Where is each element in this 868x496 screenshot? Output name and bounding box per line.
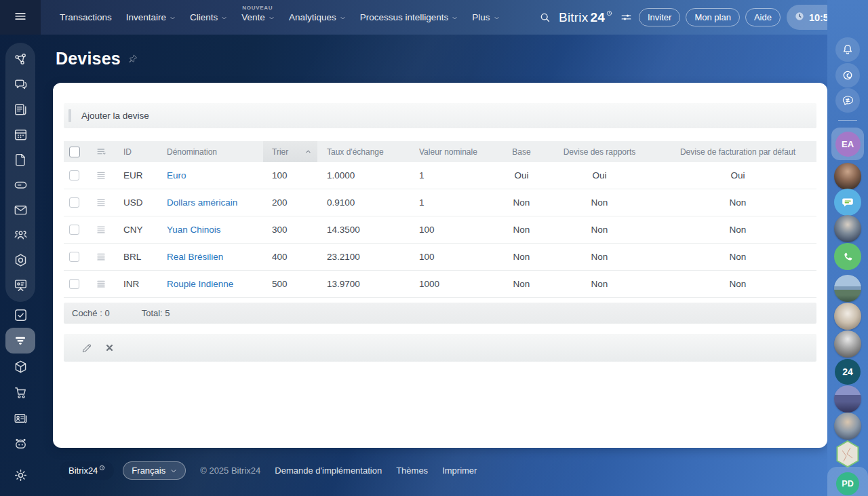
notifications-bell-icon[interactable] bbox=[835, 37, 860, 62]
drive-icon[interactable] bbox=[5, 173, 35, 196]
docs-icon[interactable] bbox=[5, 149, 35, 172]
messenger-icon[interactable] bbox=[5, 73, 35, 96]
header-nominal[interactable]: Valeur nominale bbox=[411, 141, 503, 162]
nav-label: Vente bbox=[241, 12, 265, 22]
row-checkbox[interactable] bbox=[69, 225, 79, 235]
header-settings-cell[interactable] bbox=[91, 141, 115, 162]
nav-clients[interactable]: Clients bbox=[190, 0, 227, 35]
bitrix24-logo[interactable]: Bitrix 24 bbox=[559, 10, 612, 25]
crm-icon-active[interactable] bbox=[5, 328, 35, 354]
collab-icon[interactable] bbox=[5, 48, 35, 71]
row-checkbox[interactable] bbox=[69, 279, 79, 289]
messenger-exchange-icon[interactable] bbox=[835, 88, 860, 113]
cell-report: Non bbox=[591, 197, 608, 208]
drag-handle-icon[interactable] bbox=[96, 279, 106, 289]
add-currency-button[interactable]: Ajouter la devise bbox=[64, 103, 816, 128]
chat-avatar-photo[interactable] bbox=[834, 303, 861, 330]
cell-sort: 400 bbox=[272, 252, 288, 262]
select-all-checkbox[interactable] bbox=[69, 147, 80, 157]
inviter-button[interactable]: Inviter bbox=[639, 8, 680, 26]
footer-brand-pill[interactable]: Bitrix24 bbox=[60, 461, 114, 480]
table-row: BRLReal Brésilien40023.2100100NonNonNon bbox=[64, 244, 816, 271]
row-checkbox[interactable] bbox=[69, 252, 79, 262]
nav-plus[interactable]: Plus bbox=[472, 0, 499, 35]
sliders-icon[interactable] bbox=[620, 11, 633, 24]
cell-id: BRL bbox=[123, 252, 141, 262]
currency-link[interactable]: Dollars américain bbox=[167, 197, 237, 208]
chat-avatar-photo[interactable] bbox=[834, 413, 861, 440]
chevron-down-icon bbox=[340, 15, 346, 21]
cell-report: Non bbox=[591, 225, 608, 235]
logo-number: 24 bbox=[590, 10, 605, 25]
drag-handle-icon[interactable] bbox=[96, 225, 106, 235]
footer-link-demande-d-impl-mentation[interactable]: Demande d'implémentation bbox=[275, 465, 382, 476]
footer-link-th-mes[interactable]: Thèmes bbox=[396, 465, 428, 476]
clock-icon bbox=[794, 11, 805, 24]
nav-label: Transactions bbox=[60, 12, 112, 22]
currency-link[interactable]: Roupie Indienne bbox=[167, 279, 233, 289]
nav-transactions[interactable]: Transactions bbox=[60, 0, 112, 35]
main-nav: TransactionsInventaireClientsNOUVEAUVent… bbox=[41, 0, 500, 35]
currency-link[interactable]: Euro bbox=[167, 170, 186, 180]
newsfeed-icon[interactable] bbox=[5, 98, 35, 121]
search-icon[interactable] bbox=[538, 11, 551, 24]
nav-processus-intelligents[interactable]: Processus intelligents bbox=[360, 0, 458, 35]
delete-x-button[interactable] bbox=[104, 343, 115, 353]
chat-avatar-photo[interactable] bbox=[834, 385, 861, 413]
pin-icon[interactable] bbox=[127, 54, 138, 64]
drag-handle-icon[interactable] bbox=[96, 170, 106, 180]
market-icon[interactable] bbox=[5, 248, 35, 271]
boards-icon[interactable] bbox=[5, 273, 35, 297]
chat-avatar-photo[interactable] bbox=[834, 215, 861, 242]
bot-icon[interactable] bbox=[5, 431, 35, 457]
nav-analytiques[interactable]: Analytiques bbox=[289, 0, 346, 35]
groups-icon[interactable] bbox=[5, 223, 35, 246]
header-rate[interactable]: Taux d'échange bbox=[317, 141, 411, 162]
aide-button[interactable]: Aide bbox=[745, 8, 781, 26]
calendar-icon[interactable] bbox=[5, 123, 35, 147]
table-header-row: ID Dénomination Trier Taux d'échange Val… bbox=[64, 141, 816, 162]
telephony-phone-icon[interactable] bbox=[834, 243, 861, 270]
currency-link[interactable]: Yuan Chinois bbox=[167, 225, 221, 235]
header-sort[interactable]: Trier bbox=[263, 141, 317, 162]
mon-plan-button[interactable]: Mon plan bbox=[686, 8, 739, 26]
row-checkbox[interactable] bbox=[69, 197, 79, 208]
edit-pencil-button[interactable] bbox=[81, 342, 93, 354]
header-invoice[interactable]: Devise de facturation par défaut bbox=[659, 141, 816, 162]
chat-avatar-photo[interactable] bbox=[834, 163, 861, 190]
chat-avatar-photo[interactable] bbox=[834, 275, 861, 302]
nav-inventaire[interactable]: Inventaire bbox=[126, 0, 176, 35]
cell-invoice: Non bbox=[730, 197, 747, 208]
tasks-icon[interactable] bbox=[5, 302, 35, 328]
drag-handle-icon[interactable] bbox=[96, 252, 106, 262]
open-channel-chat-icon[interactable] bbox=[834, 189, 861, 216]
inventory-icon[interactable] bbox=[5, 354, 35, 379]
copilot-icon[interactable] bbox=[835, 63, 860, 88]
contact-center-icon[interactable] bbox=[5, 405, 35, 431]
shop-icon[interactable] bbox=[5, 379, 35, 405]
row-checkbox[interactable] bbox=[69, 170, 79, 180]
header-id[interactable]: ID bbox=[115, 141, 161, 162]
column-settings-icon[interactable] bbox=[96, 147, 107, 157]
settings-gear-icon[interactable] bbox=[5, 462, 35, 488]
header-report[interactable]: Devise des rapports bbox=[540, 141, 659, 162]
header-name[interactable]: Dénomination bbox=[161, 141, 263, 162]
footer-link-imprimer[interactable]: Imprimer bbox=[442, 465, 477, 476]
drag-handle-icon[interactable] bbox=[96, 197, 106, 208]
add-button-label: Ajouter la devise bbox=[81, 111, 149, 121]
nav-vente[interactable]: NOUVEAUVente bbox=[241, 0, 275, 35]
language-label: Français bbox=[132, 465, 165, 476]
chat-avatar-initials[interactable]: EA bbox=[831, 128, 864, 160]
header-base[interactable]: Base bbox=[503, 141, 540, 162]
hamburger-icon bbox=[13, 9, 28, 26]
mail-icon[interactable] bbox=[5, 198, 35, 221]
currency-link[interactable]: Real Brésilien bbox=[167, 252, 223, 262]
chat-badge-24[interactable]: 24 bbox=[835, 359, 861, 385]
chat-avatar-photo[interactable] bbox=[834, 330, 861, 358]
user-badge-pd[interactable]: PD bbox=[827, 467, 868, 496]
left-rail-lower bbox=[5, 302, 35, 488]
cell-nominal: 1000 bbox=[419, 279, 439, 289]
language-selector[interactable]: Français bbox=[123, 461, 186, 480]
cell-id: EUR bbox=[123, 170, 143, 180]
main-menu-button[interactable] bbox=[0, 0, 41, 35]
